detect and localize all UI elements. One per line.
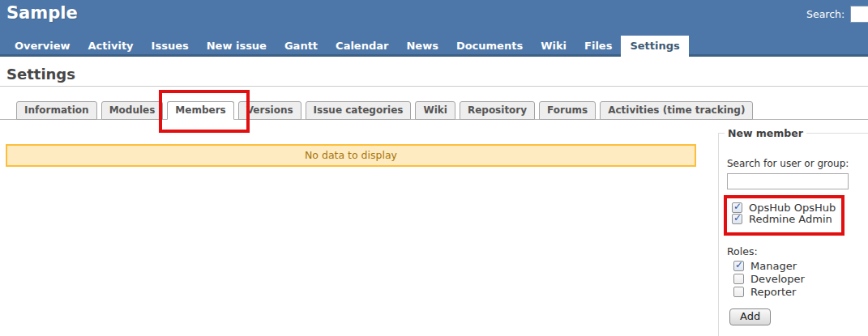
tab-activities[interactable]: Activities (time tracking) <box>600 101 753 120</box>
checkbox-checked-icon[interactable] <box>733 261 744 271</box>
user-search-input[interactable] <box>727 173 849 189</box>
nav-item-wiki[interactable]: Wiki <box>532 36 575 57</box>
user-row-opshub[interactable]: OpsHub OpsHub <box>732 202 836 213</box>
checkbox-checked-icon[interactable] <box>732 214 742 224</box>
nodata-message: No data to display <box>6 144 696 167</box>
nav-item-settings[interactable]: Settings <box>621 36 688 57</box>
user-search-label: Search for user or group: <box>727 158 868 169</box>
tab-members-label: Members <box>175 104 225 116</box>
page-title: Settings <box>0 57 868 87</box>
nav-item-new-issue[interactable]: New issue <box>198 36 276 57</box>
new-member-fieldset: New member Search for user or group: Ops… <box>718 127 868 336</box>
roles-label: Roles: <box>727 245 868 257</box>
app-header: Sample Search: Overview Activity Issues … <box>0 0 868 57</box>
role-label: Reporter <box>750 287 796 297</box>
nav-item-overview[interactable]: Overview <box>6 36 79 57</box>
nav-item-documents[interactable]: Documents <box>447 36 532 57</box>
nav-item-files[interactable]: Files <box>575 36 621 57</box>
add-member-button[interactable]: Add <box>729 308 771 325</box>
search-label: Search: <box>806 8 844 20</box>
user-label: Redmine Admin <box>749 214 832 224</box>
user-row-redmine-admin[interactable]: Redmine Admin <box>732 214 836 224</box>
tab-issue-categories[interactable]: Issue categories <box>306 101 412 120</box>
main-menu: Overview Activity Issues New issue Gantt… <box>6 36 868 57</box>
nav-item-calendar[interactable]: Calendar <box>327 36 397 57</box>
tab-wiki[interactable]: Wiki <box>415 101 455 120</box>
role-row-manager[interactable]: Manager <box>733 261 868 271</box>
project-title: Sample <box>6 3 78 23</box>
nav-item-gantt[interactable]: Gantt <box>276 36 327 57</box>
search-area: Search: <box>806 6 868 23</box>
nav-item-activity[interactable]: Activity <box>79 36 143 57</box>
role-row-developer[interactable]: Developer <box>733 274 868 284</box>
checkbox-unchecked-icon[interactable] <box>733 274 744 284</box>
user-label: OpsHub OpsHub <box>749 202 836 213</box>
nav-item-issues[interactable]: Issues <box>143 36 198 57</box>
tab-information[interactable]: Information <box>16 101 97 120</box>
tab-repository[interactable]: Repository <box>460 101 535 120</box>
nav-item-news[interactable]: News <box>397 36 447 57</box>
role-row-reporter[interactable]: Reporter <box>733 287 868 297</box>
role-label: Manager <box>750 261 797 271</box>
user-checkbox-list: OpsHub OpsHub Redmine Admin <box>732 202 836 225</box>
search-input[interactable] <box>850 6 868 23</box>
new-member-legend: New member <box>725 127 806 139</box>
page: Sample Search: Overview Activity Issues … <box>0 0 868 336</box>
tab-members[interactable]: Members <box>167 101 233 120</box>
tab-modules[interactable]: Modules <box>101 101 164 120</box>
tab-versions[interactable]: Versions <box>238 101 301 120</box>
roles-checkbox-list: Manager Developer Reporter <box>733 261 868 297</box>
checkbox-unchecked-icon[interactable] <box>733 287 744 297</box>
settings-tabs: Information Modules Members Versions Iss… <box>0 101 868 120</box>
tab-forums[interactable]: Forums <box>539 101 596 120</box>
role-label: Developer <box>750 274 805 284</box>
